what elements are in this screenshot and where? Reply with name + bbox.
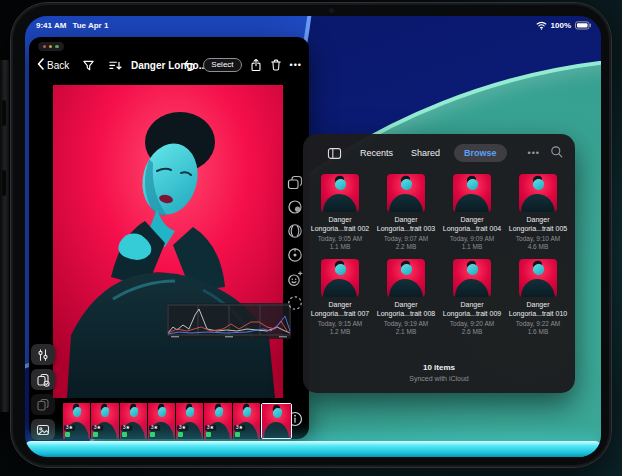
file-name: Danger Longoria...trait 003 bbox=[374, 216, 438, 233]
library-button[interactable] bbox=[31, 419, 55, 440]
filmstrip: 3★ 3★ 3★ 3★ 3★ 3★ 3★ bbox=[63, 403, 292, 439]
delete-button[interactable] bbox=[270, 58, 282, 72]
file-thumbnail[interactable] bbox=[321, 174, 359, 212]
filmstrip-thumbnail[interactable]: 3★ bbox=[204, 403, 231, 439]
battery-percent: 100% bbox=[551, 21, 571, 30]
dashed-circle-icon bbox=[286, 294, 304, 312]
filmstrip-thumbnail[interactable]: 3★ bbox=[176, 403, 203, 439]
chevron-left-icon bbox=[37, 58, 45, 72]
back-button[interactable]: Back bbox=[37, 58, 69, 72]
file-size: 2.1 MB bbox=[396, 328, 417, 335]
filmstrip-thumbnail[interactable]: 3★ bbox=[148, 403, 175, 439]
file-item[interactable]: Danger Longoria...trait 005 Today, 9:10 … bbox=[505, 174, 571, 250]
file-size: 1.1 MB bbox=[330, 243, 351, 250]
select-button[interactable]: Select bbox=[203, 58, 241, 72]
funnel-icon bbox=[82, 59, 95, 72]
file-name: Danger Longoria...trait 008 bbox=[374, 301, 438, 318]
undo-button[interactable] bbox=[181, 59, 195, 71]
filmstrip-thumbnail[interactable]: 3★ bbox=[120, 403, 147, 439]
file-date: Today, 9:07 AM bbox=[384, 235, 428, 242]
file-size: 1.2 MB bbox=[330, 328, 351, 335]
item-count: 10 items bbox=[303, 363, 575, 372]
file-item[interactable]: Danger Longoria...trait 008 Today, 9:19 … bbox=[373, 259, 439, 335]
edited-flag bbox=[65, 432, 70, 437]
panel-more-button[interactable]: ••• bbox=[528, 149, 540, 158]
edited-flag bbox=[150, 432, 155, 437]
file-size: 2.2 MB bbox=[396, 243, 417, 250]
window-controls[interactable] bbox=[38, 42, 64, 51]
side-button bbox=[2, 100, 6, 126]
tab-shared[interactable]: Shared bbox=[411, 148, 440, 158]
file-thumbnail[interactable] bbox=[453, 174, 491, 212]
curves-icon bbox=[286, 222, 304, 240]
file-date: Today, 9:10 AM bbox=[516, 235, 560, 242]
file-item[interactable]: Danger Longoria...trait 004 Today, 9:09 … bbox=[439, 174, 505, 250]
rating-badge: 3★ bbox=[121, 425, 132, 431]
filmstrip-thumbnail-selected[interactable] bbox=[261, 403, 292, 439]
copy-icon bbox=[36, 398, 50, 412]
editor-toolbar: Back Danger Longo... bbox=[29, 55, 309, 75]
file-item[interactable]: Danger Longoria...trait 003 Today, 9:07 … bbox=[373, 174, 439, 250]
file-date: Today, 9:22 AM bbox=[516, 320, 560, 327]
file-thumbnail[interactable] bbox=[387, 259, 425, 297]
white-balance-icon bbox=[286, 246, 304, 264]
filter-button[interactable] bbox=[82, 59, 95, 72]
file-grid: Danger Longoria...trait 002 Today, 9:05 … bbox=[307, 174, 571, 335]
file-item[interactable]: Danger Longoria...trait 007 Today, 9:15 … bbox=[307, 259, 373, 335]
front-camera bbox=[329, 8, 334, 13]
files-browser-panel: Recents Shared Browse ••• Danger Longori… bbox=[303, 134, 575, 393]
file-thumbnail[interactable] bbox=[453, 259, 491, 297]
search-button[interactable] bbox=[550, 144, 563, 162]
file-date: Today, 9:19 AM bbox=[384, 320, 428, 327]
copy-edits-button[interactable] bbox=[31, 369, 55, 390]
file-item[interactable]: Danger Longoria...trait 010 Today, 9:22 … bbox=[505, 259, 571, 335]
file-item[interactable]: Danger Longoria...trait 002 Today, 9:05 … bbox=[307, 174, 373, 250]
thumbnail-image bbox=[519, 174, 557, 212]
file-name: Danger Longoria...trait 009 bbox=[440, 301, 504, 318]
share-icon bbox=[250, 58, 262, 72]
file-date: Today, 9:05 AM bbox=[318, 235, 362, 242]
rating-badge: 3★ bbox=[234, 425, 245, 431]
file-item[interactable]: Danger Longoria...trait 009 Today, 9:20 … bbox=[439, 259, 505, 335]
file-size: 2.6 MB bbox=[462, 328, 483, 335]
wifi-icon bbox=[536, 21, 547, 30]
tab-recents[interactable]: Recents bbox=[360, 148, 393, 158]
file-thumbnail[interactable] bbox=[519, 174, 557, 212]
file-name: Danger Longoria...trait 004 bbox=[440, 216, 504, 233]
thumbnail-image bbox=[321, 174, 359, 212]
edited-flag bbox=[235, 432, 240, 437]
sliders-icon bbox=[36, 348, 50, 362]
filmstrip-thumbnail[interactable]: 3★ bbox=[91, 403, 118, 439]
portrait-photo bbox=[53, 85, 283, 398]
filmstrip-thumbnail[interactable]: 3★ bbox=[63, 403, 90, 439]
photo-editor-window: Back Danger Longo... bbox=[29, 37, 309, 439]
undo-icon bbox=[181, 59, 195, 71]
file-date: Today, 9:15 AM bbox=[318, 320, 362, 327]
edited-flag bbox=[122, 432, 127, 437]
tab-browse[interactable]: Browse bbox=[454, 144, 507, 162]
sidebar-toggle-button[interactable] bbox=[327, 147, 342, 160]
thumbnail-image bbox=[453, 259, 491, 297]
file-name: Danger Longoria...trait 002 bbox=[308, 216, 372, 233]
file-thumbnail[interactable] bbox=[387, 174, 425, 212]
thumbnail-image bbox=[387, 259, 425, 297]
filmstrip-thumbnail[interactable]: 3★ bbox=[233, 403, 260, 439]
file-thumbnail[interactable] bbox=[321, 259, 359, 297]
sidebar-icon bbox=[327, 147, 342, 160]
histogram-overlay bbox=[167, 303, 291, 339]
status-time: 9:41 AM bbox=[36, 21, 66, 30]
adjust-sliders-button[interactable] bbox=[31, 344, 55, 365]
copy-check-icon bbox=[36, 373, 50, 387]
share-button[interactable] bbox=[250, 58, 262, 72]
files-footer: 10 items Synced with iCloud bbox=[303, 363, 575, 382]
rating-badge: 3★ bbox=[64, 425, 75, 431]
thumbnail-image bbox=[519, 259, 557, 297]
file-name: Danger Longoria...trait 010 bbox=[506, 301, 570, 318]
more-button[interactable]: ••• bbox=[290, 61, 302, 70]
ipad-device: 9:41 AM Tue Apr 1 100% bbox=[10, 2, 612, 468]
file-thumbnail[interactable] bbox=[519, 259, 557, 297]
thumbnail-image bbox=[453, 174, 491, 212]
photo-canvas[interactable] bbox=[53, 85, 283, 398]
search-icon bbox=[550, 145, 563, 158]
paste-edits-button[interactable] bbox=[31, 394, 55, 415]
